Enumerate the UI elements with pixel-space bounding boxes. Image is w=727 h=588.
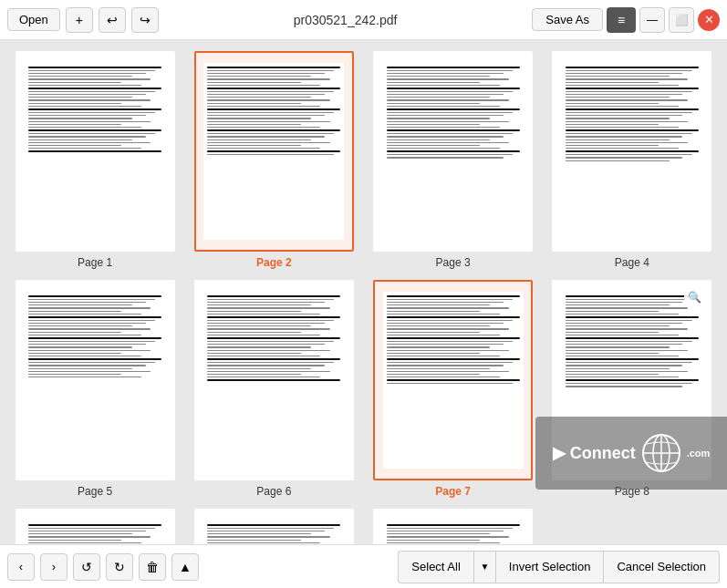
page-thumbnail[interactable]: [194, 280, 354, 480]
restore-button[interactable]: ⬜: [669, 7, 694, 33]
menu-button[interactable]: ≡: [607, 7, 636, 33]
selection-controls: Select All ▼ Invert Selection Cancel Sel…: [398, 551, 720, 583]
page-item[interactable]: Page 6: [190, 280, 358, 498]
document-title: pr030521_242.pdf: [159, 13, 532, 27]
page-item[interactable]: Page 10: [190, 509, 358, 544]
titlebar-left: Open + ↩ ↪: [7, 7, 159, 33]
prev-page-button[interactable]: ‹: [7, 553, 35, 581]
pages-container: Page 1Page 2Page 3Page 4Page 5Page 6Page…: [0, 40, 727, 544]
rotate-left-button[interactable]: ↺: [73, 553, 100, 581]
page-item[interactable]: Page 9: [11, 509, 179, 544]
page-thumb-inner: [562, 63, 702, 240]
page-label: Page 3: [436, 256, 471, 269]
page-thumb-inner: [25, 292, 165, 469]
pages-grid: Page 1Page 2Page 3Page 4Page 5Page 6Page…: [11, 51, 716, 544]
page-thumb-inner: [25, 63, 165, 240]
invert-selection-button[interactable]: Invert Selection: [495, 551, 605, 583]
page-thumbnail[interactable]: [194, 51, 354, 252]
bottom-toolbar: ‹ › ↺ ↻ 🗑 ▲ Select All ▼ Invert Selectio…: [0, 544, 727, 588]
titlebar: Open + ↩ ↪ pr030521_242.pdf Save As ≡ — …: [0, 0, 727, 40]
bottom-left-controls: ‹ › ↺ ↻ 🗑 ▲: [7, 553, 199, 581]
page-label: Page 7: [435, 485, 471, 498]
page-thumbnail[interactable]: [373, 280, 533, 480]
open-button[interactable]: Open: [7, 8, 60, 31]
add-button[interactable]: +: [66, 7, 93, 33]
page-label: Page 5: [78, 485, 112, 498]
undo-button[interactable]: ↩: [99, 7, 126, 33]
page-thumb-inner: [383, 292, 524, 469]
redo-button[interactable]: ↪: [131, 7, 159, 33]
page-item[interactable]: Page 2: [190, 51, 358, 269]
page-thumbnail[interactable]: 🔍: [552, 280, 711, 480]
save-as-button[interactable]: Save As: [532, 8, 603, 31]
page-thumbnail[interactable]: [373, 509, 533, 544]
page-thumbnail[interactable]: [16, 509, 175, 544]
select-all-button[interactable]: Select All: [398, 551, 473, 583]
cancel-selection-button[interactable]: Cancel Selection: [604, 551, 720, 583]
page-item[interactable]: Page 4: [548, 51, 716, 269]
page-thumbnail[interactable]: [552, 51, 711, 252]
page-thumbnail[interactable]: [16, 51, 175, 252]
page-label: Page 6: [256, 485, 291, 498]
search-icon[interactable]: 🔍: [684, 287, 704, 307]
page-item[interactable]: Page 11: [369, 509, 537, 544]
minimize-button[interactable]: —: [639, 7, 665, 33]
page-thumb-inner: [383, 521, 524, 544]
titlebar-right: Save As ≡ — ⬜ ✕: [532, 7, 720, 33]
page-label: Page 4: [615, 256, 649, 269]
page-thumb-inner: [203, 521, 344, 544]
page-label: Page 2: [256, 256, 292, 269]
next-page-button[interactable]: ›: [40, 553, 68, 581]
page-thumbnail[interactable]: [373, 51, 533, 252]
page-item[interactable]: Page 3: [369, 51, 537, 269]
delete-button[interactable]: 🗑: [139, 553, 166, 581]
close-button[interactable]: ✕: [698, 9, 720, 31]
page-thumb-inner: [25, 521, 165, 544]
page-thumbnail[interactable]: [16, 280, 175, 480]
page-thumbnail[interactable]: [194, 509, 354, 544]
page-item[interactable]: Page 1: [11, 51, 179, 269]
page-thumb-inner: [203, 63, 344, 240]
page-item[interactable]: Page 5: [11, 280, 179, 498]
page-item[interactable]: Page 7: [369, 280, 537, 498]
page-thumb-inner: [203, 292, 344, 469]
rotate-right-button[interactable]: ↻: [106, 553, 133, 581]
page-label: Page 8: [615, 485, 649, 498]
move-up-button[interactable]: ▲: [171, 553, 199, 581]
select-dropdown-button[interactable]: ▼: [473, 551, 495, 583]
page-thumb-inner: [562, 292, 702, 469]
page-thumb-inner: [383, 63, 524, 240]
page-item[interactable]: 🔍Page 8: [548, 280, 716, 498]
page-label: Page 1: [78, 256, 112, 269]
